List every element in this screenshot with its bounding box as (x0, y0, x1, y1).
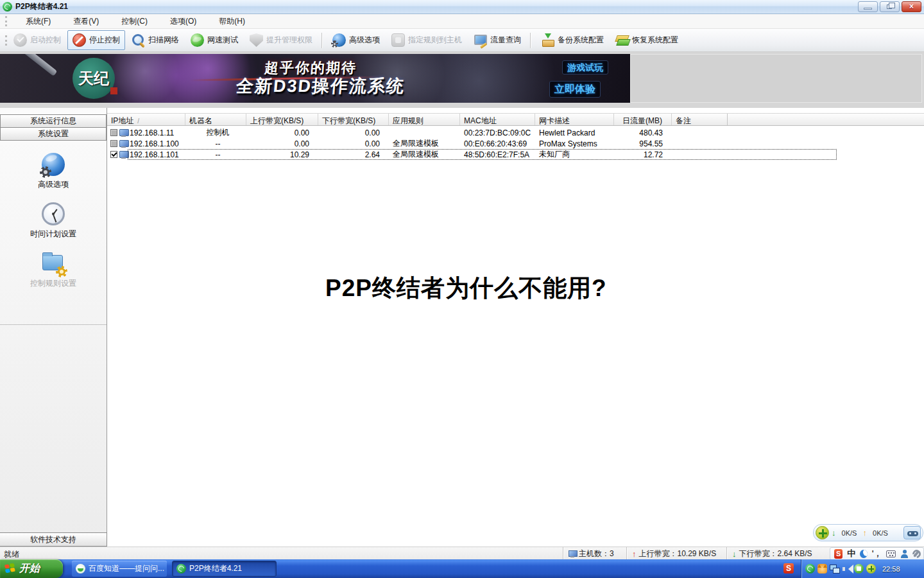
task-label: P2P终结者4.21 (189, 563, 242, 574)
toolbar: 启动控制 停止控制 扫描网络 网速测试 提升管理权限 高级选项 (0, 29, 924, 52)
status-hosts-panel: 主机数：3 (563, 547, 626, 560)
backup-config-button[interactable]: 备份系统配置 (536, 30, 609, 50)
elevate-privilege-button[interactable]: 提升管理权限 (244, 30, 318, 50)
stop-control-label: 停止控制 (89, 35, 120, 46)
ad-banner[interactable]: 天纪 超乎你的期待 全新D3D操作流系统 游戏试玩 立即体验 (0, 54, 630, 103)
column-header-download[interactable]: 下行带宽(KB/S) (318, 114, 389, 125)
sidebar-item-schedule-settings[interactable]: 时间计划设置 (0, 202, 107, 240)
menu-bar: 系统(F) 查看(V) 控制(C) 选项(O) 帮助(H) (0, 14, 924, 29)
speed-test-button[interactable]: 网速测试 (185, 30, 243, 50)
clock-icon (41, 202, 65, 226)
download-speed-value: 0K/S (839, 529, 860, 537)
sort-indicator: / (137, 118, 139, 125)
menu-control[interactable]: 控制(C) (113, 14, 156, 29)
start-control-label: 启动控制 (30, 35, 61, 46)
stop-control-button[interactable]: 停止控制 (67, 30, 125, 50)
hostname: 控制机 (185, 127, 246, 138)
minimize-button[interactable] (858, 1, 878, 12)
download-speed-widget[interactable]: ↓ 0K/S ↑ 0K/S (813, 524, 923, 541)
row-checkbox-checked[interactable] (110, 151, 117, 158)
menu-help[interactable]: 帮助(H) (210, 14, 253, 29)
column-header-mac[interactable]: MAC地址 (460, 114, 535, 125)
sidebar-item-advanced-options[interactable]: 高级选项 (0, 152, 107, 190)
row-checkbox[interactable] (110, 140, 117, 147)
advanced-options-button[interactable]: 高级选项 (327, 30, 385, 50)
main-panel: IP地址/ 机器名 上行带宽(KB/S) 下行带宽(KB/S) 应用规则 MAC… (107, 108, 924, 547)
menu-grip (5, 16, 7, 26)
tray-p2p-icon[interactable] (805, 564, 815, 574)
assign-rule-button[interactable]: 指定规则到主机 (386, 30, 467, 50)
start-control-button[interactable]: 启动控制 (8, 30, 66, 50)
sogou-taskbar-icon[interactable]: S (783, 563, 794, 574)
ip-address: 192.168.1.100 (130, 139, 179, 148)
nic-description: ProMax Systems (535, 139, 614, 148)
selection-outline (128, 149, 837, 160)
column-header-traffic[interactable]: 日流量(MB) (614, 114, 672, 125)
taskbar-task-p2p[interactable]: P2P终结者4.21 (172, 561, 277, 577)
table-row-selected[interactable]: 192.168.1.101 -- 10.29 2.64 全局限速模板 48:5D… (107, 149, 837, 160)
nic-description: Hewlett Packard (535, 128, 614, 137)
daily-traffic: 954.55 (614, 139, 672, 148)
column-header-ip[interactable]: IP地址/ (107, 114, 185, 125)
table-row[interactable]: 192.168.1.100 -- 0.00 0.00 全局限速模板 00:E0:… (107, 138, 837, 149)
mac-address: 00:E0:66:20:43:69 (460, 139, 535, 148)
menu-view[interactable]: 查看(V) (65, 14, 107, 29)
tray-network-icon[interactable] (830, 564, 839, 574)
table-row[interactable]: 192.168.1.11 控制机 0.00 0.00 00:23:7D:BC:0… (107, 127, 837, 138)
scan-network-button[interactable]: 扫描网络 (126, 30, 184, 50)
ime-language-toggle[interactable]: 中 (847, 548, 855, 559)
download-bandwidth: 0.00 (318, 128, 389, 137)
download-arrow-icon: ↓ (732, 549, 737, 559)
banner-art (0, 54, 57, 76)
menu-system[interactable]: 系统(F) (17, 14, 59, 29)
taskbar-task-baidu[interactable]: 百度知道——提问问... (72, 561, 167, 577)
close-button[interactable]: × (902, 1, 921, 12)
p2p-app-icon (176, 564, 186, 574)
banner-slogan-2: 全新D3D操作流系统 (235, 74, 406, 98)
column-header-note[interactable]: 备注 (672, 114, 728, 125)
app-window: P2P终结者4.21 × 系统(F) 查看(V) 控制(C) 选项(O) 帮助(… (0, 0, 924, 559)
computer-icon (119, 140, 128, 148)
traffic-query-button[interactable]: 流量查询 (468, 30, 526, 50)
column-header-nic[interactable]: 网卡描述 (535, 114, 614, 125)
ime-user-icon[interactable] (900, 550, 908, 558)
sidebar-section-settings[interactable]: 系统设置 (0, 127, 107, 141)
ime-punctuation-toggle[interactable]: '， (872, 548, 882, 559)
status-ready-text: 就绪 (4, 549, 19, 560)
sidebar-item-control-rules[interactable]: 控制规则设置 (0, 251, 107, 289)
menu-options[interactable]: 选项(O) (162, 14, 205, 29)
status-bar: 就绪 主机数：3 ↑ 上行带宽：10.29 KB/S ↓ 下行带宽：2.64 K… (0, 547, 924, 559)
ime-settings-wrench-icon[interactable] (912, 550, 920, 558)
game-trial-button[interactable]: 游戏试玩 (562, 60, 608, 74)
column-header-filler (728, 114, 924, 125)
column-header-upload[interactable]: 上行带宽(KB/S) (246, 114, 318, 125)
fullwidth-moon-icon[interactable] (860, 550, 868, 558)
column-header-rule[interactable]: 应用规则 (389, 114, 460, 125)
tray-volume-icon[interactable] (842, 564, 851, 574)
tray-updater-icon[interactable] (866, 564, 876, 574)
restore-config-button[interactable]: 恢复系统配置 (610, 30, 683, 50)
sidebar-support-button[interactable]: 软件技术支持 (0, 532, 107, 547)
start-control-icon (13, 33, 27, 47)
downloader-icon (816, 526, 829, 539)
tray-green-app-icon[interactable] (854, 564, 864, 574)
play-now-button[interactable]: 立即体验 (549, 81, 601, 98)
taskbar-clock[interactable]: 22:58 (882, 565, 900, 573)
taskbar: 开始 百度知道——提问问... P2P终结者4.21 S 22:58 (0, 559, 924, 578)
row-checkbox[interactable] (110, 129, 117, 136)
gamepad-button[interactable] (903, 526, 921, 539)
column-header-hostname[interactable]: 机器名 (185, 114, 246, 125)
sidebar-section-runtime-info[interactable]: 系统运行信息 (0, 114, 107, 128)
banner-filler (630, 54, 922, 103)
start-button[interactable]: 开始 (0, 559, 63, 578)
close-icon: × (902, 2, 921, 11)
restore-button[interactable] (880, 1, 900, 12)
desktop-screen: P2P终结者4.21 × 系统(F) 查看(V) 控制(C) 选项(O) 帮助(… (0, 0, 924, 578)
tray-messenger-cat-icon[interactable] (817, 564, 827, 574)
start-label: 开始 (19, 562, 40, 575)
sidebar-item-label: 高级选项 (0, 179, 107, 190)
toolbar-separator (530, 33, 531, 48)
soft-keyboard-icon[interactable] (886, 550, 896, 557)
window-controls: × (858, 1, 921, 12)
sogou-logo-icon[interactable]: S (834, 549, 843, 559)
